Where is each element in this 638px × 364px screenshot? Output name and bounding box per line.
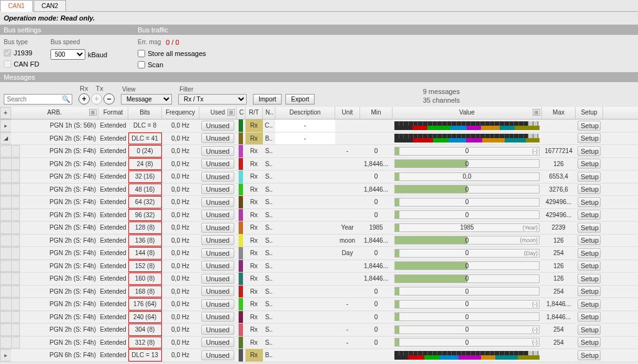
color-swatch[interactable] [239,209,243,222]
used-button[interactable]: Unused [201,197,234,207]
table-row[interactable]: PGN 2h (S: F4h)Extended136 (8)0,0 HzUnus… [0,235,638,248]
used-button[interactable]: Unused [201,159,234,169]
column-header[interactable]: ARB.▦ [11,107,98,119]
bus-speed-select[interactable]: 500 [50,49,85,60]
table-row[interactable]: PGN 2h (S: F4h)Extended240 (64)0,0 HzUnu… [0,311,638,324]
used-button[interactable]: Unused [201,350,234,360]
table-row[interactable]: PGN 2h (S: F4h)Extended0 (24)0,0 HzUnuse… [0,145,638,158]
used-button[interactable]: Unused [201,299,234,309]
color-swatch[interactable] [239,298,243,310]
used-button[interactable]: Unused [201,133,234,143]
scan-checkbox[interactable]: Scan [138,61,206,68]
used-button[interactable]: Unused [201,286,234,296]
setup-button[interactable]: Setup [578,325,601,335]
store-all-checkbox[interactable]: Store all messages [138,50,206,57]
color-swatch[interactable] [239,184,243,196]
color-swatch[interactable] [239,286,243,298]
used-button[interactable]: Unused [201,325,234,335]
used-button[interactable]: Unused [201,223,234,233]
tab-can1[interactable]: CAN1 [0,0,33,12]
table-row[interactable]: ◢PGN 2h (S: F4h)ExtendedDLC = 410,0 HzUn… [0,133,638,146]
setup-button[interactable]: Setup [578,159,601,169]
setup-button[interactable]: Setup [578,350,601,360]
table-row[interactable]: PGN 2h (S: F4h)Extended48 (16)0,0 HzUnus… [0,184,638,197]
setup-button[interactable]: Setup [578,274,601,284]
setup-button[interactable]: Setup [578,235,601,245]
setup-button[interactable]: Setup [578,286,601,296]
color-swatch[interactable] [239,260,243,273]
color-swatch[interactable] [239,311,243,324]
search-icon[interactable]: 🔍 [62,95,70,103]
column-header[interactable]: Format [98,107,128,119]
used-button[interactable]: Unused [201,312,234,322]
setup-button[interactable]: Setup [578,299,601,309]
color-swatch[interactable] [239,222,243,234]
canfd-checkbox[interactable]: CAN FD [4,60,39,68]
color-swatch[interactable] [239,170,243,183]
column-header[interactable]: Bits [128,107,162,119]
setup-button[interactable]: Setup [578,184,601,194]
remove-button[interactable]: − [103,93,115,105]
table-row[interactable]: PGN 2h (S: F4h)Extended144 (8)0,0 HzUnus… [0,247,638,260]
view-select[interactable]: Message [121,94,172,105]
color-swatch[interactable] [239,324,243,336]
column-header[interactable]: Unit [335,107,360,119]
used-button[interactable]: Unused [201,172,234,182]
setup-button[interactable]: Setup [578,248,601,258]
color-swatch[interactable] [239,247,243,259]
tab-can2[interactable]: CAN2 [34,0,67,11]
setup-button[interactable]: Setup [578,197,601,207]
table-row[interactable]: PGN 2h (S: F4h)Extended24 (8)0,0 HzUnuse… [0,158,638,171]
color-swatch[interactable] [239,119,243,132]
column-header[interactable]: C [237,107,245,119]
setup-button[interactable]: Setup [578,172,601,182]
expand-toggle[interactable]: ◢ [0,133,11,145]
used-button[interactable]: Unused [201,274,234,284]
used-button[interactable]: Unused [201,337,234,347]
setup-button[interactable]: Setup [578,337,601,347]
column-header[interactable]: Description [275,107,335,119]
column-expand-icon[interactable]: ▦ [533,109,540,116]
expand-toggle[interactable]: ▸ [0,119,11,132]
table-row[interactable]: PGN 2h (S: F4h)Extended96 (32)0,0 HzUnus… [0,209,638,222]
column-header[interactable]: R/T [245,107,263,119]
table-row[interactable]: PGN 2h (S: F4h)Extended32 (16)0,0 HzUnus… [0,170,638,184]
color-swatch[interactable] [239,196,243,208]
setup-button[interactable]: Setup [578,146,601,156]
column-header[interactable]: Frequency [162,107,199,119]
used-button[interactable]: Unused [201,261,234,271]
column-header[interactable]: N.. [263,107,275,119]
color-swatch[interactable] [239,158,243,170]
table-row[interactable]: PGN 2h (S: F4h)Extended176 (64)0,0 HzUnu… [0,298,638,311]
used-button[interactable]: Unused [201,210,234,220]
setup-button[interactable]: Setup [578,121,601,131]
used-button[interactable]: Unused [201,184,234,194]
filter-select[interactable]: Rx / Tx [178,94,247,105]
color-swatch[interactable] [239,133,243,145]
used-button[interactable]: Unused [201,235,234,245]
j1939-checkbox[interactable]: J1939 [4,49,39,57]
column-header[interactable]: Max [542,107,576,119]
import-button[interactable]: Import [253,94,282,105]
setup-button[interactable]: Setup [578,223,601,233]
used-button[interactable]: Unused [201,146,234,156]
column-header[interactable]: Used▦ [199,107,237,119]
color-swatch[interactable] [239,273,243,285]
table-row[interactable]: PGN 2h (S: F4h)Extended152 (8)0,0 HzUnus… [0,260,638,273]
table-row[interactable]: ▸PGN 1h (S: 56h)ExtendedDLC = 80,0 HzUnu… [0,119,638,133]
table-row[interactable]: ▸PGN 6h (S: F4h)ExtendedDLC = 130,0 HzUn… [0,349,638,362]
setup-button[interactable]: Setup [578,210,601,220]
column-expand-icon[interactable]: ▦ [89,109,97,116]
column-header[interactable]: Value▦ [393,107,542,119]
color-swatch[interactable] [239,349,243,362]
table-row[interactable]: PGN 2h (S: F4h)Extended168 (8)0,0 HzUnus… [0,286,638,299]
color-swatch[interactable] [239,235,243,247]
table-row[interactable]: PGN 2h (S: F4h)Extended128 (8)0,0 HzUnus… [0,222,638,235]
setup-button[interactable]: Setup [578,133,601,143]
table-row[interactable]: PGN 2h (S: F4h)Extended312 (8)0,0 HzUnus… [0,337,638,350]
setup-button[interactable]: Setup [578,312,601,322]
table-row[interactable]: PGN 2h (S: F4h)Extended160 (8)0,0 HzUnus… [0,273,638,286]
export-button[interactable]: Export [285,94,315,105]
add-rx-button[interactable]: + [79,93,90,105]
table-row[interactable]: PGN 2h (S: F4h)Extended64 (32)0,0 HzUnus… [0,196,638,209]
